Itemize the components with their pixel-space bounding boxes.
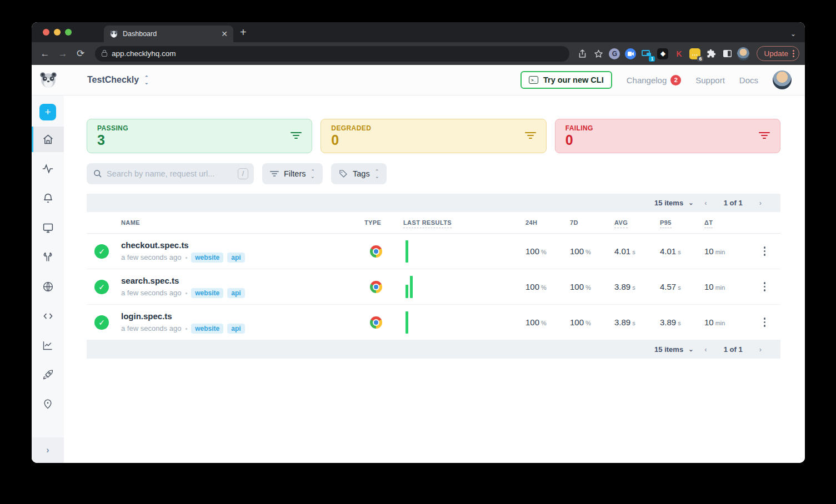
notes-extension-icon[interactable]: ...6 (689, 48, 701, 60)
kagi-extension-icon[interactable]: K (673, 48, 685, 60)
reload-button[interactable]: ⟳ (73, 46, 88, 62)
minimize-window-button[interactable] (54, 29, 61, 36)
window-controls[interactable] (32, 29, 72, 42)
metric-24h: 100% (525, 246, 570, 256)
search-shortcut-hint: / (238, 168, 248, 179)
sidebar-item-locations[interactable] (32, 391, 64, 417)
next-page-button[interactable]: › (759, 199, 762, 207)
back-button[interactable]: ← (37, 46, 53, 62)
nav-docs[interactable]: Docs (739, 75, 758, 85)
last-results-bars[interactable] (403, 240, 525, 263)
row-menu-icon[interactable] (749, 282, 780, 291)
col-last-results[interactable]: LAST RESULTS (403, 219, 525, 226)
items-per-page[interactable]: 15 items (654, 345, 683, 354)
sidebar-item-private-locations[interactable] (32, 274, 64, 299)
col-type: TYPE (364, 219, 403, 226)
check-row[interactable]: ✓ search.spec.ts a few seconds ago • web… (87, 269, 780, 305)
items-per-page[interactable]: 15 items (654, 199, 683, 207)
screencast-extension-icon[interactable]: 1 (640, 48, 653, 60)
side-panel-icon[interactable] (721, 48, 733, 60)
status-cards: PASSING 3 DEGRADED 0 FAILING 0 (87, 119, 780, 153)
zoom-extension-icon[interactable] (624, 48, 637, 60)
check-name[interactable]: search.spec.ts (121, 276, 364, 285)
sidebar-item-activity[interactable] (32, 156, 64, 182)
filters-button[interactable]: Filters ⌃⌃ (262, 163, 323, 184)
col-dt[interactable]: ΔT (704, 219, 749, 226)
chrome-update-button[interactable]: Update (757, 46, 799, 61)
nav-changelog[interactable]: Changelog 2 (627, 75, 682, 85)
extension-row: G 1 ◈ K ...6 Update (576, 46, 799, 61)
col-p95[interactable]: P95 (660, 219, 704, 226)
degraded-label: DEGRADED (331, 124, 535, 132)
last-results-bars[interactable] (403, 276, 525, 298)
tag-api[interactable]: api (227, 288, 244, 298)
account-switcher-chevrons-icon: ⌃⌃ (144, 76, 149, 84)
stack-extension-icon[interactable]: ◈ (657, 48, 669, 60)
user-avatar[interactable] (773, 70, 792, 89)
try-cli-button[interactable]: >_ Try our new CLI (520, 71, 612, 89)
tag-website[interactable]: website (191, 324, 223, 334)
account-switcher[interactable]: TestCheckly ⌃⌃ (87, 75, 149, 85)
row-menu-icon[interactable] (749, 317, 780, 327)
search-input[interactable] (107, 169, 233, 178)
create-check-button[interactable]: + (39, 104, 56, 120)
check-row[interactable]: ✓ login.spec.ts a few seconds ago • webs… (87, 305, 780, 340)
row-menu-icon[interactable] (749, 246, 780, 256)
filter-funnel-icon[interactable] (759, 132, 770, 139)
filter-funnel-icon[interactable] (291, 132, 302, 139)
check-row[interactable]: ✓ checkout.spec.ts a few seconds ago • w… (87, 234, 780, 269)
changelog-badge: 2 (670, 75, 681, 85)
tag-website[interactable]: website (191, 253, 223, 263)
browser-profile-avatar[interactable] (737, 48, 749, 60)
sidebar-expand-button[interactable]: › (32, 437, 64, 463)
filters-funnel-icon (270, 170, 279, 177)
tag-website[interactable]: website (191, 288, 223, 298)
sidebar-item-snippets[interactable] (32, 303, 64, 329)
sidebar-item-alerts[interactable] (32, 185, 64, 211)
main-content: PASSING 3 DEGRADED 0 FAILING 0 (64, 95, 805, 463)
sidebar-item-maintenance[interactable] (32, 244, 64, 270)
sidebar-item-dashboards[interactable] (32, 215, 64, 240)
cli-button-label: Try our new CLI (543, 75, 604, 84)
filter-funnel-icon[interactable] (525, 132, 536, 139)
prev-page-button[interactable]: ‹ (704, 345, 707, 354)
sidebar-item-analytics[interactable] (32, 332, 64, 358)
grammarly-extension-icon[interactable]: G (608, 48, 620, 60)
browser-tab[interactable]: Dashboard ✕ (104, 26, 233, 42)
tag-api[interactable]: api (227, 324, 244, 334)
check-name[interactable]: login.spec.ts (121, 311, 364, 321)
failing-card[interactable]: FAILING 0 (555, 119, 780, 153)
nav-support[interactable]: Support (695, 75, 725, 85)
col-avg[interactable]: AVG (614, 219, 660, 226)
close-window-button[interactable] (43, 29, 49, 36)
chrome-browser-icon (370, 245, 382, 258)
passing-card[interactable]: PASSING 3 (87, 119, 312, 153)
passing-count: 3 (97, 132, 302, 148)
address-bar[interactable]: app.checklyhq.com (95, 46, 569, 62)
next-page-button[interactable]: › (759, 345, 762, 354)
zoom-window-button[interactable] (65, 29, 72, 36)
browser-menu-icon[interactable] (793, 50, 794, 57)
new-tab-button[interactable]: + (240, 26, 247, 39)
lock-icon (102, 52, 107, 57)
tag-icon (339, 169, 348, 178)
search-box[interactable]: / (87, 163, 254, 184)
terminal-icon: >_ (529, 76, 538, 84)
tab-close-icon[interactable]: ✕ (221, 29, 228, 38)
forward-button[interactable]: → (55, 46, 71, 62)
check-last-run: a few seconds ago (121, 324, 181, 332)
degraded-card[interactable]: DEGRADED 0 (321, 119, 546, 153)
bookmark-star-icon[interactable] (592, 48, 604, 60)
tag-api[interactable]: api (227, 253, 244, 263)
last-results-bars[interactable] (403, 311, 525, 334)
extensions-puzzle-icon[interactable] (705, 48, 717, 60)
tab-search-icon[interactable]: ⌄ (790, 30, 796, 38)
check-name[interactable]: checkout.spec.ts (121, 240, 364, 250)
checkly-logo[interactable] (39, 70, 58, 89)
sidebar-item-quickstart[interactable] (32, 362, 64, 387)
tags-button[interactable]: Tags ⌃⌃ (331, 163, 387, 184)
prev-page-button[interactable]: ‹ (704, 199, 707, 207)
dot-separator: • (185, 290, 187, 296)
share-icon[interactable] (576, 48, 588, 60)
sidebar-item-home[interactable] (32, 127, 64, 152)
